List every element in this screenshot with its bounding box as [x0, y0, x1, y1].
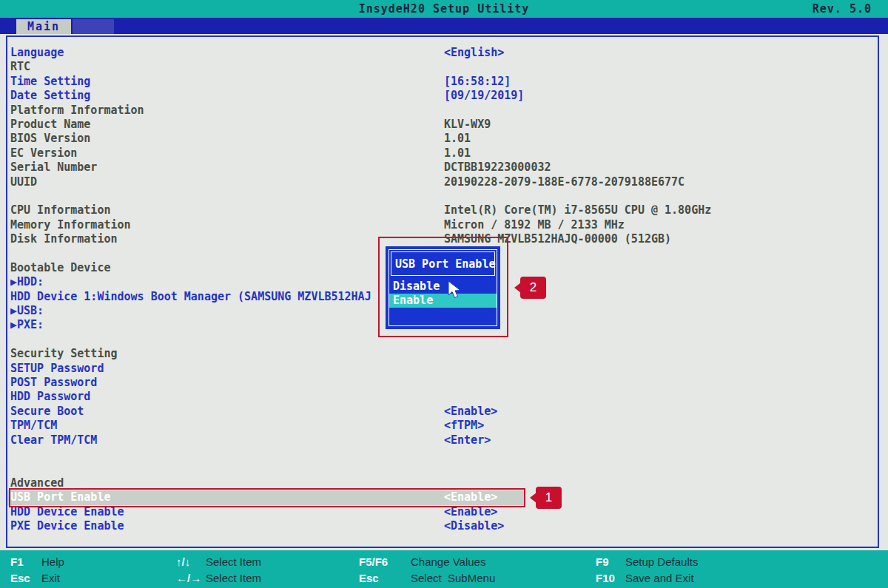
menu-row-label: SETUP Password	[7, 362, 444, 376]
menu-row-value: <Enter>	[444, 433, 491, 447]
menu-row: Platform Information	[7, 104, 878, 118]
footer-column: F1 Help Esc Exit	[10, 554, 64, 587]
menu-row-value: Micron / 8192 MB / 2133 MHz	[444, 218, 625, 232]
menu-row-label: UUID	[7, 175, 444, 189]
menu-row: RTC	[7, 60, 878, 74]
title-bar: InsydeH20 Setup Utility Rev. 5.0	[0, 0, 888, 18]
footer-hint: F10 Save and Exit	[596, 570, 698, 587]
footer-key: Esc	[10, 570, 41, 587]
menu-row-value: [09/19/2019]	[444, 89, 524, 103]
footer-key: ←/→	[176, 570, 206, 587]
annotation-badge-1: 1	[536, 487, 562, 509]
footer-label: Exit	[41, 570, 60, 587]
menu-row-label: RTC	[7, 60, 444, 74]
annotation-badge-2: 2	[520, 277, 546, 299]
menu-row-value: 20190228-2079-188E-6778-2079188E677C	[444, 175, 684, 189]
menu-row-label: Memory Information	[7, 218, 444, 232]
menu-row-value: KLV-WX9	[444, 118, 491, 132]
menu-row-label: TPM/TCM	[7, 419, 444, 433]
footer-hint: ←/→ Select Item	[176, 570, 261, 587]
footer-hint: Esc Exit	[10, 570, 64, 587]
footer-key: Esc	[359, 570, 411, 587]
menu-row-value: Intel(R) Core(TM) i7-8565U CPU @ 1.80GHz	[444, 203, 711, 217]
footer-hint: F9 Setup Defaults	[596, 554, 698, 570]
footer-column: ↑/↓ Select Item ←/→ Select Item	[176, 554, 261, 587]
footer-label: Select SubMenu	[411, 570, 495, 587]
footer-label: Setup Defaults	[625, 554, 698, 570]
menu-row: UUID 20190228-2079-188E-6778-2079188E677…	[7, 175, 878, 189]
menu-row-label: Security Setting	[7, 347, 444, 361]
menu-row-label: Product Name	[7, 118, 444, 132]
footer-key: ↑/↓	[176, 554, 206, 570]
menu-row-label: POST Password	[7, 376, 444, 390]
menu-row: CPU Information Intel(R) Core(TM) i7-856…	[7, 203, 878, 217]
menu-row-label: EC Version	[7, 146, 444, 160]
footer-key: F9	[596, 554, 625, 570]
menu-row-value: <fTPM>	[444, 419, 484, 433]
menu-row: Security Setting	[7, 347, 878, 361]
footer-hint: F5/F6 Change Values	[359, 554, 495, 570]
menu-row-label: BIOS Version	[7, 132, 444, 146]
footer-key: F10	[596, 570, 625, 587]
menu-row-label: Time Setting	[7, 75, 444, 89]
menu-row[interactable]: Date Setting [09/19/2019]	[7, 89, 878, 103]
menu-row[interactable]: Time Setting [16:58:12]	[7, 75, 878, 89]
menu-row-value: <English>	[444, 46, 504, 60]
menu-row-label: Secure Boot	[7, 405, 444, 419]
footer-key: F5/F6	[359, 554, 411, 570]
tab-bar: Main	[0, 18, 888, 34]
footer-label: Change Values	[411, 554, 485, 570]
menu-row: Product Name KLV-WX9	[7, 118, 878, 132]
menu-row[interactable]: TPM/TCM <fTPM>	[7, 419, 878, 433]
menu-row[interactable]: HDD Password	[7, 390, 878, 404]
footer-label: Select Item	[206, 554, 261, 570]
footer-label: Select Item	[206, 570, 261, 587]
menu-row-label: PXE Device Enable	[7, 519, 444, 533]
menu-row-label: Language	[7, 46, 444, 60]
menu-row-value: [16:58:12]	[444, 75, 511, 89]
menu-row[interactable]: PXE Device Enable <Disable>	[7, 519, 878, 533]
revision-label: Rev. 5.0	[813, 2, 872, 16]
menu-row-label: Platform Information	[7, 104, 444, 118]
menu-row-value: 1.01	[444, 132, 471, 146]
menu-row: BIOS Version 1.01	[7, 132, 878, 146]
menu-row[interactable]: Secure Boot <Enable>	[7, 405, 878, 419]
hotkey-help-bar: F1 Help Esc Exit ↑/↓ Select Item ←/→ Sel…	[0, 550, 888, 588]
menu-row-label: CPU Information	[7, 203, 444, 217]
annotation-box-popup	[378, 237, 508, 337]
setup-utility-title: InsydeH20 Setup Utility	[0, 2, 888, 16]
menu-row[interactable]: POST Password	[7, 376, 878, 390]
annotation-box-row	[9, 488, 525, 507]
footer-key: F1	[10, 554, 41, 570]
menu-row: Memory Information Micron / 8192 MB / 21…	[7, 218, 878, 232]
footer-hint: Esc Select SubMenu	[359, 570, 495, 587]
menu-row[interactable]: Clear TPM/TCM <Enter>	[7, 433, 878, 447]
footer-label: Save and Exit	[625, 570, 694, 587]
menu-row: Serial Number DCTBB19223000032	[7, 160, 878, 175]
footer-label: Help	[41, 554, 64, 570]
menu-row-value: 1.01	[444, 146, 471, 160]
footer-column: F5/F6 Change Values Esc Select SubMenu	[359, 554, 495, 587]
menu-row-value: DCTBB19223000032	[444, 160, 551, 175]
menu-row-label: Clear TPM/TCM	[7, 433, 444, 447]
footer-column: F9 Setup Defaults F10 Save and Exit	[596, 554, 698, 587]
menu-row-value: <Disable>	[444, 519, 504, 533]
menu-row[interactable]: Language <English>	[7, 46, 878, 60]
menu-row-value: <Enable>	[444, 405, 497, 419]
menu-row-label: HDD Password	[7, 390, 444, 404]
tab-main[interactable]: Main	[16, 19, 71, 34]
footer-hint: F1 Help	[10, 554, 64, 570]
footer-hint: ↑/↓ Select Item	[176, 554, 261, 570]
menu-row-label: Date Setting	[7, 89, 444, 103]
menu-row-label: Serial Number	[7, 160, 444, 175]
menu-row[interactable]: SETUP Password	[7, 362, 878, 376]
tab-shadow	[73, 19, 114, 34]
menu-row: EC Version 1.01	[7, 146, 878, 160]
